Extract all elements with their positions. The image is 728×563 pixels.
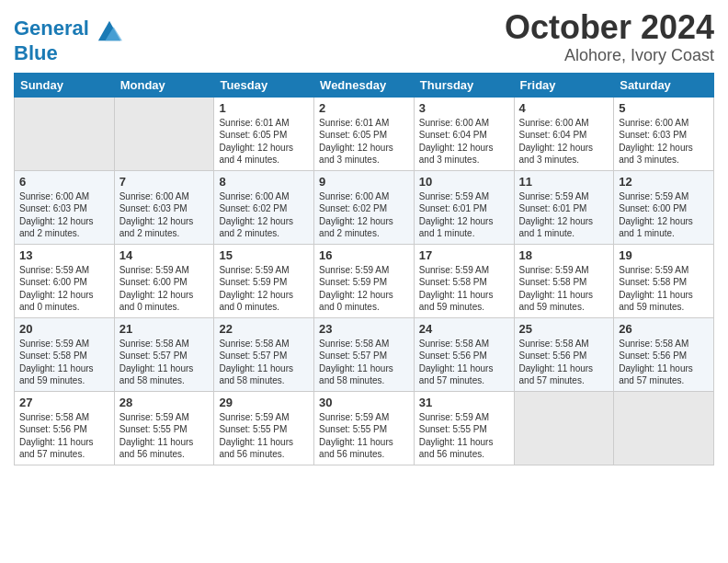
cell-info: Sunrise: 5:59 AMSunset: 6:00 PMDaylight:… [119, 265, 194, 313]
calendar-week-1: 1 Sunrise: 6:01 AMSunset: 6:05 PMDayligh… [15, 97, 714, 170]
day-number: 29 [219, 396, 309, 409]
day-number: 10 [419, 175, 509, 189]
calendar-cell: 31 Sunrise: 5:59 AMSunset: 5:55 PMDaylig… [414, 391, 514, 465]
cell-info: Sunrise: 6:01 AMSunset: 6:05 PMDaylight:… [319, 118, 393, 166]
cell-info: Sunrise: 5:58 AMSunset: 5:57 PMDaylight:… [119, 339, 194, 386]
cell-info: Sunrise: 5:59 AMSunset: 6:00 PMDaylight:… [19, 265, 94, 313]
day-number: 19 [619, 248, 709, 262]
weekday-header-wednesday: Wednesday [314, 73, 415, 97]
cell-info: Sunrise: 6:00 AMSunset: 6:04 PMDaylight:… [419, 118, 494, 166]
cell-info: Sunrise: 5:59 AMSunset: 5:55 PMDaylight:… [219, 412, 293, 460]
calendar-week-5: 27 Sunrise: 5:58 AMSunset: 5:56 PMDaylig… [15, 391, 714, 465]
calendar-cell: 23 Sunrise: 5:58 AMSunset: 5:57 PMDaylig… [314, 317, 415, 391]
month-title: October 2024 [505, 9, 714, 46]
calendar-cell: 25 Sunrise: 5:58 AMSunset: 5:56 PMDaylig… [514, 317, 614, 391]
logo-blue: Blue [14, 42, 122, 64]
day-number: 26 [619, 322, 709, 336]
day-number: 5 [619, 101, 709, 115]
cell-info: Sunrise: 6:00 AMSunset: 6:04 PMDaylight:… [519, 118, 594, 166]
weekday-header-tuesday: Tuesday [214, 73, 314, 97]
cell-info: Sunrise: 5:59 AMSunset: 5:59 PMDaylight:… [219, 265, 293, 313]
logo: General Blue [14, 17, 122, 64]
day-number: 27 [19, 396, 109, 409]
calendar-cell: 11 Sunrise: 5:59 AMSunset: 6:01 PMDaylig… [514, 170, 614, 244]
calendar-cell: 12 Sunrise: 5:59 AMSunset: 6:00 PMDaylig… [614, 170, 714, 244]
cell-info: Sunrise: 5:58 AMSunset: 5:57 PMDaylight:… [219, 339, 293, 386]
calendar-cell: 15 Sunrise: 5:59 AMSunset: 5:59 PMDaylig… [214, 244, 314, 317]
calendar-cell: 22 Sunrise: 5:58 AMSunset: 5:57 PMDaylig… [214, 317, 314, 391]
day-number: 17 [419, 248, 509, 262]
day-number: 22 [219, 322, 309, 336]
calendar-cell: 10 Sunrise: 5:59 AMSunset: 6:01 PMDaylig… [414, 170, 514, 244]
cell-info: Sunrise: 6:00 AMSunset: 6:03 PMDaylight:… [19, 191, 94, 239]
cell-info: Sunrise: 5:59 AMSunset: 5:58 PMDaylight:… [419, 265, 494, 313]
day-number: 21 [119, 322, 210, 336]
cell-info: Sunrise: 5:58 AMSunset: 5:57 PMDaylight:… [319, 339, 393, 386]
cell-info: Sunrise: 5:59 AMSunset: 5:58 PMDaylight:… [19, 339, 94, 386]
calendar-cell: 17 Sunrise: 5:59 AMSunset: 5:58 PMDaylig… [414, 244, 514, 317]
weekday-header-saturday: Saturday [614, 73, 714, 97]
calendar-cell: 27 Sunrise: 5:58 AMSunset: 5:56 PMDaylig… [15, 391, 115, 465]
day-number: 20 [19, 322, 109, 336]
cell-info: Sunrise: 5:59 AMSunset: 5:58 PMDaylight:… [519, 265, 594, 313]
cell-info: Sunrise: 5:59 AMSunset: 5:59 PMDaylight:… [319, 265, 393, 313]
day-number: 15 [219, 248, 309, 262]
cell-info: Sunrise: 5:58 AMSunset: 5:56 PMDaylight:… [19, 412, 94, 460]
weekday-header-thursday: Thursday [414, 73, 514, 97]
calendar-cell: 8 Sunrise: 6:00 AMSunset: 6:02 PMDayligh… [214, 170, 314, 244]
cell-info: Sunrise: 6:00 AMSunset: 6:02 PMDaylight:… [219, 191, 293, 239]
weekday-header-friday: Friday [514, 73, 614, 97]
location-title: Alohore, Ivory Coast [505, 46, 714, 65]
cell-info: Sunrise: 5:58 AMSunset: 5:56 PMDaylight:… [419, 339, 494, 386]
calendar-cell: 3 Sunrise: 6:00 AMSunset: 6:04 PMDayligh… [414, 97, 514, 170]
calendar-cell [514, 391, 614, 465]
day-number: 4 [519, 101, 609, 115]
calendar-cell: 19 Sunrise: 5:59 AMSunset: 5:58 PMDaylig… [614, 244, 714, 317]
logo-text: General [14, 17, 122, 42]
calendar-cell: 1 Sunrise: 6:01 AMSunset: 6:05 PMDayligh… [214, 97, 314, 170]
day-number: 6 [19, 175, 109, 189]
title-block: October 2024 Alohore, Ivory Coast [505, 9, 714, 65]
calendar-cell: 29 Sunrise: 5:59 AMSunset: 5:55 PMDaylig… [214, 391, 314, 465]
day-number: 14 [119, 248, 210, 262]
weekday-header-sunday: Sunday [15, 73, 115, 97]
calendar-table: SundayMondayTuesdayWednesdayThursdayFrid… [14, 73, 714, 465]
calendar-cell: 30 Sunrise: 5:59 AMSunset: 5:55 PMDaylig… [314, 391, 415, 465]
cell-info: Sunrise: 6:01 AMSunset: 6:05 PMDaylight:… [219, 118, 293, 166]
cell-info: Sunrise: 5:59 AMSunset: 5:58 PMDaylight:… [619, 265, 693, 313]
day-number: 7 [119, 175, 210, 189]
cell-info: Sunrise: 6:00 AMSunset: 6:03 PMDaylight:… [119, 191, 194, 239]
calendar-cell: 7 Sunrise: 6:00 AMSunset: 6:03 PMDayligh… [114, 170, 214, 244]
calendar-week-4: 20 Sunrise: 5:59 AMSunset: 5:58 PMDaylig… [15, 317, 714, 391]
day-number: 1 [219, 101, 309, 115]
day-number: 23 [319, 322, 409, 336]
calendar-cell: 21 Sunrise: 5:58 AMSunset: 5:57 PMDaylig… [114, 317, 214, 391]
calendar-cell: 4 Sunrise: 6:00 AMSunset: 6:04 PMDayligh… [514, 97, 614, 170]
calendar-cell: 6 Sunrise: 6:00 AMSunset: 6:03 PMDayligh… [15, 170, 115, 244]
cell-info: Sunrise: 5:59 AMSunset: 5:55 PMDaylight:… [319, 412, 393, 460]
cell-info: Sunrise: 6:00 AMSunset: 6:02 PMDaylight:… [319, 191, 393, 239]
calendar-header: SundayMondayTuesdayWednesdayThursdayFrid… [15, 73, 714, 97]
calendar-week-3: 13 Sunrise: 5:59 AMSunset: 6:00 PMDaylig… [15, 244, 714, 317]
calendar-cell: 9 Sunrise: 6:00 AMSunset: 6:02 PMDayligh… [314, 170, 415, 244]
calendar-week-2: 6 Sunrise: 6:00 AMSunset: 6:03 PMDayligh… [15, 170, 714, 244]
calendar-cell [614, 391, 714, 465]
calendar-cell: 20 Sunrise: 5:59 AMSunset: 5:58 PMDaylig… [15, 317, 115, 391]
weekday-header-monday: Monday [114, 73, 214, 97]
cell-info: Sunrise: 5:59 AMSunset: 5:55 PMDaylight:… [419, 412, 494, 460]
day-number: 11 [519, 175, 609, 189]
cell-info: Sunrise: 5:59 AMSunset: 6:00 PMDaylight:… [619, 191, 693, 239]
day-number: 9 [319, 175, 409, 189]
day-number: 8 [219, 175, 309, 189]
cell-info: Sunrise: 5:58 AMSunset: 5:56 PMDaylight:… [519, 339, 594, 386]
cell-info: Sunrise: 5:59 AMSunset: 5:55 PMDaylight:… [119, 412, 194, 460]
cell-info: Sunrise: 5:59 AMSunset: 6:01 PMDaylight:… [519, 191, 594, 239]
calendar-cell: 24 Sunrise: 5:58 AMSunset: 5:56 PMDaylig… [414, 317, 514, 391]
day-number: 12 [619, 175, 709, 189]
calendar-cell: 18 Sunrise: 5:59 AMSunset: 5:58 PMDaylig… [514, 244, 614, 317]
calendar-cell: 16 Sunrise: 5:59 AMSunset: 5:59 PMDaylig… [314, 244, 415, 317]
page-header: General Blue October 2024 Alohore, Ivory… [14, 9, 714, 65]
calendar-cell: 26 Sunrise: 5:58 AMSunset: 5:56 PMDaylig… [614, 317, 714, 391]
day-number: 24 [419, 322, 509, 336]
day-number: 30 [319, 396, 409, 409]
